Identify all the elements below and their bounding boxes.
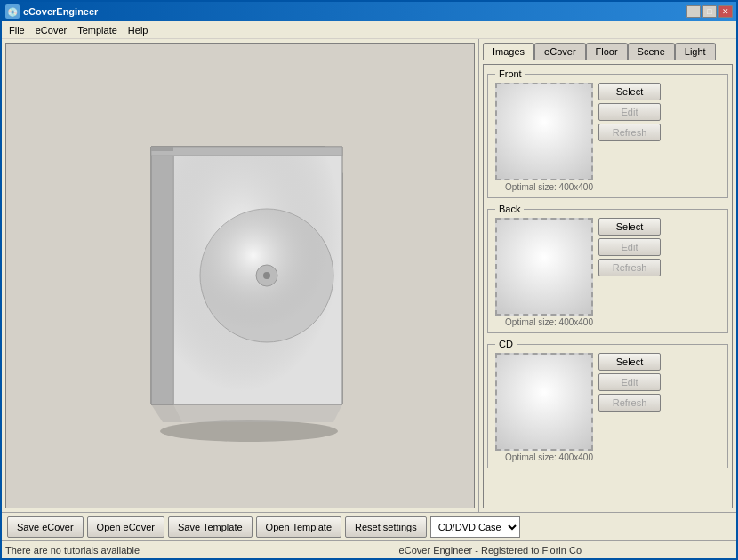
main-window: 💿 eCoverEngineer ─ □ ✕ File eCover Templ…	[0, 0, 738, 560]
back-image-row: Optimal size: 400x400 Select Edit Refres…	[495, 218, 720, 327]
front-refresh-button[interactable]: Refresh	[598, 124, 661, 141]
menu-bar: File eCover Template Help	[2, 21, 736, 39]
open-template-button[interactable]: Open Template	[256, 516, 341, 538]
tab-images[interactable]: Images	[483, 43, 534, 60]
cd-section-title: CD	[495, 339, 517, 349]
cd-image-preview	[495, 353, 593, 451]
cd-edit-button[interactable]: Edit	[598, 373, 661, 391]
canvas-area	[5, 43, 475, 508]
front-select-button[interactable]: Select	[598, 83, 661, 100]
minimize-button[interactable]: ─	[686, 5, 701, 18]
reset-settings-button[interactable]: Reset settings	[345, 516, 427, 538]
status-bar: There are no tutorials available eCover …	[2, 540, 736, 558]
tabs-bar: Images eCover Floor Scene Light	[483, 43, 733, 60]
svg-point-8	[263, 272, 270, 279]
tab-content-images: Front Optimal size: 400x400 Select Edit …	[483, 64, 733, 508]
cd-image-row: Optimal size: 400x400 Select Edit Refres…	[495, 353, 720, 462]
save-template-button[interactable]: Save Template	[168, 516, 253, 538]
back-edit-button[interactable]: Edit	[598, 238, 661, 256]
window-title: eCoverEngineer	[23, 6, 686, 17]
title-buttons: ─ □ ✕	[686, 5, 733, 18]
front-image-preview	[495, 83, 593, 180]
close-button[interactable]: ✕	[718, 5, 733, 18]
menu-ecover[interactable]: eCover	[30, 23, 72, 37]
ecover-type-select[interactable]: CD/DVD Case Box Book Binder	[430, 516, 520, 538]
front-image-buttons: Select Edit Refresh	[598, 83, 661, 141]
open-ecover-button[interactable]: Open eCover	[87, 516, 164, 538]
front-edit-button[interactable]: Edit	[598, 103, 661, 121]
right-panel: Images eCover Floor Scene Light Front Op…	[478, 39, 736, 512]
maximize-button[interactable]: □	[702, 5, 717, 18]
back-select-button[interactable]: Select	[598, 218, 661, 236]
back-section: Back Optimal size: 400x400 Select Edit R…	[487, 204, 728, 333]
tab-scene[interactable]: Scene	[628, 43, 675, 60]
front-image-row: Optimal size: 400x400 Select Edit Refres…	[495, 83, 720, 192]
cd-case-render	[102, 102, 378, 449]
tab-floor[interactable]: Floor	[586, 43, 628, 60]
tab-ecover[interactable]: eCover	[534, 43, 585, 60]
svg-marker-2	[151, 147, 173, 404]
main-content: Images eCover Floor Scene Light Front Op…	[2, 39, 736, 512]
cd-optimal-size: Optimal size: 400x400	[495, 452, 593, 462]
save-ecover-button[interactable]: Save eCover	[7, 516, 84, 538]
tab-light[interactable]: Light	[675, 43, 716, 60]
cd-image-content: Optimal size: 400x400	[495, 353, 593, 462]
svg-marker-13	[151, 147, 173, 151]
back-optimal-size: Optimal size: 400x400	[495, 317, 593, 327]
back-image-preview	[495, 218, 593, 316]
back-section-title: Back	[495, 204, 524, 214]
front-section-title: Front	[495, 68, 525, 79]
app-icon: 💿	[5, 4, 20, 19]
cd-select-button[interactable]: Select	[598, 353, 661, 371]
back-image-buttons: Select Edit Refresh	[598, 218, 661, 276]
front-image-content: Optimal size: 400x400	[495, 83, 593, 192]
svg-marker-12	[151, 147, 342, 156]
svg-marker-9	[173, 404, 342, 422]
svg-point-0	[160, 420, 338, 442]
menu-file[interactable]: File	[4, 23, 30, 37]
back-refresh-button[interactable]: Refresh	[598, 259, 661, 276]
cd-section: CD Optimal size: 400x400 Select Edit Ref…	[487, 339, 728, 468]
status-center-text: eCover Engineer - Registered to Florin C…	[248, 545, 733, 556]
title-bar: 💿 eCoverEngineer ─ □ ✕	[2, 2, 736, 21]
front-optimal-size: Optimal size: 400x400	[495, 182, 593, 192]
front-section: Front Optimal size: 400x400 Select Edit …	[487, 68, 728, 198]
menu-help[interactable]: Help	[123, 23, 154, 37]
bottom-bar: Save eCover Open eCover Save Template Op…	[2, 512, 736, 540]
menu-template[interactable]: Template	[72, 23, 123, 37]
back-image-content: Optimal size: 400x400	[495, 218, 593, 327]
cd-refresh-button[interactable]: Refresh	[598, 394, 661, 412]
status-left-text: There are no tutorials available	[5, 545, 248, 556]
ecover-type-combo: CD/DVD Case Box Book Binder	[430, 516, 520, 538]
cd-image-buttons: Select Edit Refresh	[598, 353, 661, 412]
